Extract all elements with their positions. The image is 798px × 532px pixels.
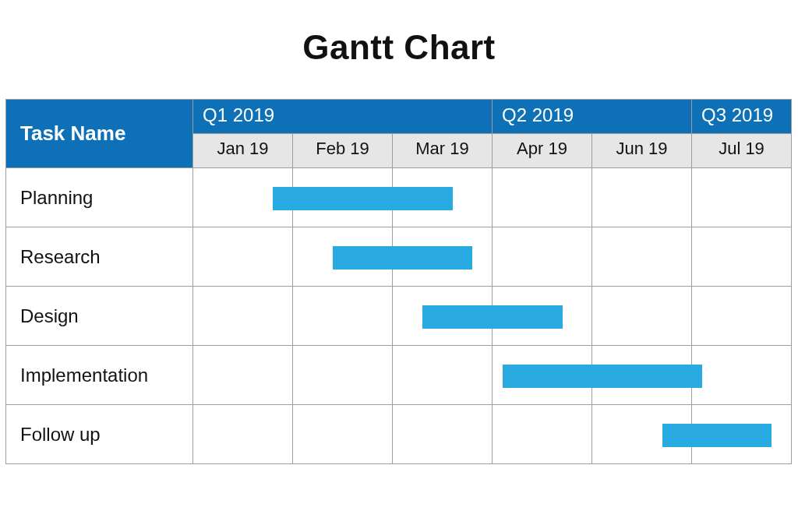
- quarter-cell: Q3 2019: [691, 99, 792, 134]
- task-row: Follow up: [6, 405, 792, 464]
- grid-cell: [292, 404, 393, 464]
- task-name-header: Task Name: [5, 99, 193, 168]
- task-bar: [422, 305, 562, 329]
- month-cell: Jan 19: [192, 133, 293, 168]
- task-row: Research: [6, 227, 792, 287]
- task-row: Design: [6, 287, 792, 346]
- grid-cell: [591, 227, 692, 287]
- grid-cell: [691, 227, 792, 287]
- grid-cell: [392, 404, 493, 464]
- grid-cell: [192, 227, 293, 287]
- task-bar: [333, 246, 472, 270]
- grid-cell: [192, 345, 293, 405]
- grid-cell: [591, 286, 692, 346]
- task-bar: [503, 365, 702, 388]
- grid-cell: [591, 167, 692, 227]
- grid-cell: [292, 286, 393, 346]
- gantt-grid: Task Name Q1 2019 Q2 2019 Q3 2019 Jan 19…: [6, 100, 792, 464]
- month-cell: Mar 19: [392, 133, 493, 168]
- chart-title: Gantt Chart: [6, 28, 792, 67]
- task-bar: [662, 424, 772, 447]
- task-row: Implementation: [6, 346, 792, 405]
- task-bar: [273, 187, 452, 210]
- grid-cell: [691, 167, 792, 227]
- month-cell: Feb 19: [292, 133, 393, 168]
- grid-cell: [691, 345, 792, 405]
- grid-cell: [492, 404, 592, 464]
- grid-cell: [492, 167, 592, 227]
- quarter-cell: Q2 2019: [492, 99, 692, 134]
- quarter-cell: Q1 2019: [192, 99, 493, 134]
- task-row: Planning: [6, 168, 792, 227]
- task-label: Design: [5, 286, 193, 346]
- month-cell: Jul 19: [691, 133, 792, 168]
- task-label: Planning: [5, 167, 193, 227]
- grid-cell: [292, 345, 393, 405]
- grid-cell: [192, 404, 293, 464]
- month-cell: Jun 19: [591, 133, 692, 168]
- grid-cell: [691, 286, 792, 346]
- task-label: Implementation: [5, 345, 193, 405]
- gantt-chart: Gantt Chart Task Name Q1 2019 Q2 2019 Q3…: [0, 0, 798, 532]
- month-cell: Apr 19: [492, 133, 592, 168]
- grid-cell: [192, 286, 293, 346]
- grid-cell: [492, 227, 592, 287]
- header-rows: Task Name Q1 2019 Q2 2019 Q3 2019 Jan 19…: [6, 100, 792, 168]
- grid-cell: [392, 345, 493, 405]
- task-label: Follow up: [5, 404, 193, 464]
- task-label: Research: [5, 227, 193, 287]
